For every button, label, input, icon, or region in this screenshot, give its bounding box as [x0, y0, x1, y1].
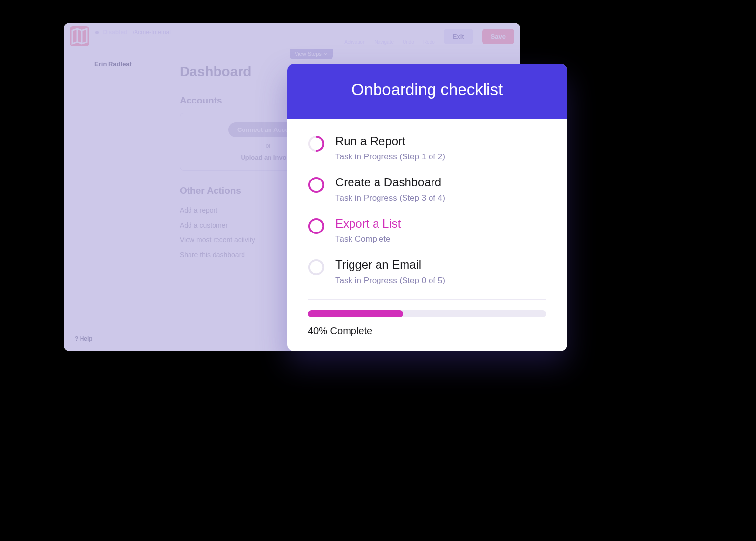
svg-rect-1 [381, 30, 387, 34]
circle-open-icon [308, 177, 324, 193]
disabled-label: Disabled [103, 29, 127, 36]
cursor-icon [379, 28, 389, 38]
sidebar-label: Dashboard [85, 83, 121, 91]
checklist-item-title: Run a Report [335, 134, 445, 148]
checklist-item[interactable]: Create a Dashboard Task in Progress (Ste… [308, 176, 546, 203]
view-steps-label: View Steps [295, 51, 322, 57]
checklist-item-status: Task Complete [335, 234, 401, 244]
header-actions: Activation Navigate Undo Redo Exit Save [344, 28, 514, 45]
sidebar-item-dashboard[interactable]: Dashboard [69, 79, 157, 94]
onboarding-body: Run a Report Task in Progress (Step 1 of… [287, 119, 567, 351]
svg-point-9 [74, 176, 76, 178]
sidebar-item-sales[interactable]: Sales [69, 94, 157, 109]
navigate-action[interactable]: Navigate [375, 28, 394, 45]
circle-open-icon [308, 218, 324, 234]
checklist-item-title: Trigger an Email [335, 258, 445, 272]
progress-fill [308, 310, 403, 317]
card-icon [72, 98, 80, 106]
svg-rect-5 [77, 87, 79, 90]
activation-action[interactable]: Activation [344, 28, 365, 45]
sidebar-label: Users [85, 200, 103, 207]
redo-action[interactable]: Redo [423, 28, 435, 45]
checklist-item-status: Task in Progress (Step 3 of 4) [335, 193, 445, 203]
svg-rect-2 [73, 83, 75, 86]
undo-action[interactable]: Undo [403, 28, 414, 45]
sidebar: Erin Radleaf Dashboard Sales Purchases P… [64, 50, 162, 351]
checklist-item-status: Task in Progress (Step 1 of 2) [335, 152, 445, 162]
sidebar-item-purchases[interactable]: Purchases [69, 109, 157, 125]
undo-label: Undo [403, 39, 414, 45]
view-steps-tab[interactable]: View Steps [290, 49, 333, 59]
svg-rect-3 [77, 83, 79, 86]
activity-icon [72, 143, 80, 152]
grid-icon [72, 82, 80, 91]
onboarding-title: Onboarding checklist [287, 64, 567, 119]
progress-bar [308, 310, 546, 317]
svg-point-16 [309, 260, 323, 274]
header-title-block: Disabled /Acme-Internal Welcome to Acme … [95, 27, 338, 45]
list-icon [72, 128, 80, 136]
sidebar-label: Users [85, 174, 103, 182]
sidebar-item-activity[interactable]: Activity [69, 140, 157, 155]
exit-button[interactable]: Exit [444, 29, 473, 44]
svg-point-10 [77, 176, 79, 178]
activation-label: Activation [344, 39, 365, 45]
navigate-label: Navigate [375, 39, 394, 45]
progress-ring-icon [308, 135, 324, 152]
checklist-item-title: Create a Dashboard [335, 176, 445, 189]
circle-empty-icon [308, 259, 324, 276]
sidebar-item-users[interactable]: Users [69, 170, 157, 185]
svg-point-15 [309, 219, 323, 233]
checklist-item[interactable]: Export a List Task Complete [308, 217, 546, 244]
sidebar-label: Activity [85, 144, 107, 152]
checklist-item[interactable]: Trigger an Email Task in Progress (Step … [308, 258, 546, 285]
cart-icon [72, 113, 80, 121]
checklist-item[interactable]: Run a Report Task in Progress (Step 1 of… [308, 134, 546, 162]
redo-icon [424, 28, 434, 38]
help-button[interactable]: ? Help [69, 333, 99, 345]
users-icon [72, 174, 80, 182]
sidebar-label: Sales [85, 98, 102, 106]
svg-point-14 [309, 178, 323, 192]
sidebar-label: Reports [85, 159, 109, 167]
map-icon [70, 26, 89, 46]
svg-point-7 [74, 119, 75, 120]
checklist-item-title: Export a List [335, 217, 401, 231]
sidebar-item-reports[interactable]: Reports [69, 155, 157, 170]
gear-icon [72, 199, 80, 207]
svg-rect-6 [73, 100, 79, 104]
chevron-down-icon [324, 52, 328, 56]
status-dot-icon [95, 31, 99, 34]
bar-chart-icon [72, 158, 80, 167]
sidebar-item-settings[interactable]: Users [69, 196, 157, 211]
save-button[interactable]: Save [482, 29, 514, 44]
undo-icon [404, 28, 413, 38]
redo-label: Redo [423, 39, 435, 45]
sidebar-divider [69, 190, 157, 191]
onboarding-card: Onboarding checklist Run a Report Task i… [287, 64, 567, 351]
sidebar-item-payroll[interactable]: Payroll [69, 125, 157, 140]
arrow-circle-right-icon [350, 28, 360, 38]
svg-rect-4 [73, 87, 75, 90]
app-logo [70, 26, 89, 46]
onboarding-divider [308, 299, 546, 300]
breadcrumb[interactable]: /Acme-Internal [133, 29, 171, 36]
checklist-item-status: Task in Progress (Step 0 of 5) [335, 276, 445, 285]
svg-point-11 [75, 202, 77, 204]
sidebar-label: Payroll [85, 129, 106, 136]
progress-label: 40% Complete [308, 325, 546, 336]
welcome-label: Welcome to Acme Co! [95, 37, 338, 46]
user-pill[interactable]: Erin Radleaf [69, 56, 157, 72]
sidebar-label: Purchases [85, 113, 117, 121]
svg-point-8 [77, 119, 78, 120]
app-header: Disabled /Acme-Internal Welcome to Acme … [64, 23, 520, 50]
